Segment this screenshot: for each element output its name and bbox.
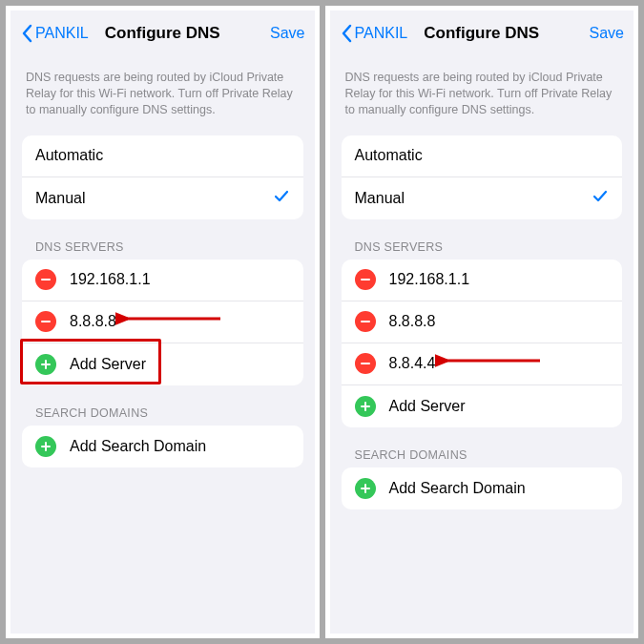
info-text: DNS requests are being routed by iCloud …	[330, 56, 634, 135]
dns-value: 192.168.1.1	[70, 271, 290, 288]
back-label: PANKIL	[355, 25, 408, 42]
navbar: PANKIL Configure DNS Save	[330, 10, 634, 56]
chevron-left-icon	[20, 24, 33, 43]
add-icon[interactable]	[35, 354, 56, 375]
phone-right: PANKIL Configure DNS Save DNS requests a…	[325, 6, 639, 638]
page-title: Configure DNS	[105, 24, 220, 43]
add-icon[interactable]	[355, 478, 376, 499]
dns-row[interactable]: 192.168.1.1	[342, 260, 623, 301]
add-icon[interactable]	[355, 396, 376, 417]
dns-row[interactable]: 8.8.4.4	[342, 343, 623, 385]
mode-automatic[interactable]: Automatic	[342, 135, 623, 177]
add-server-label: Add Server	[389, 398, 610, 415]
add-server-label: Add Server	[70, 356, 290, 373]
add-search-row[interactable]: Add Search Domain	[342, 467, 623, 509]
chevron-left-icon	[340, 24, 353, 43]
dns-value: 8.8.8.8	[70, 313, 290, 330]
page-title: Configure DNS	[424, 24, 539, 43]
mode-label: Automatic	[355, 147, 610, 164]
content: DNS requests are being routed by iCloud …	[10, 56, 315, 634]
save-button[interactable]: Save	[590, 25, 624, 42]
mode-manual[interactable]: Manual	[22, 177, 303, 219]
checkmark-icon	[273, 188, 290, 209]
search-header: SEARCH DOMAINS	[355, 448, 610, 462]
add-search-label: Add Search Domain	[70, 438, 290, 455]
comparison-frame: PANKIL Configure DNS Save DNS requests a…	[0, 0, 644, 644]
mode-manual[interactable]: Manual	[342, 177, 623, 219]
add-search-label: Add Search Domain	[389, 480, 610, 497]
back-button[interactable]: PANKIL	[20, 24, 89, 43]
mode-label: Automatic	[35, 147, 290, 164]
dns-value: 192.168.1.1	[389, 271, 610, 288]
mode-group: Automatic Manual	[22, 135, 303, 219]
search-group: Add Search Domain	[342, 467, 623, 509]
dns-row[interactable]: 8.8.8.8	[22, 301, 303, 343]
add-server-row[interactable]: Add Server	[342, 385, 623, 427]
checkmark-icon	[592, 188, 609, 209]
dns-value: 8.8.4.4	[389, 355, 610, 372]
mode-label: Manual	[355, 190, 610, 207]
remove-icon[interactable]	[35, 311, 56, 332]
remove-icon[interactable]	[355, 311, 376, 332]
dns-value: 8.8.8.8	[389, 313, 610, 330]
back-button[interactable]: PANKIL	[340, 24, 408, 43]
back-label: PANKIL	[35, 25, 89, 42]
search-header: SEARCH DOMAINS	[35, 406, 290, 420]
add-search-row[interactable]: Add Search Domain	[22, 426, 303, 467]
dns-group: 192.168.1.1 8.8.8.8 8.8.4.4 Add Server	[342, 260, 623, 427]
remove-icon[interactable]	[355, 269, 376, 290]
search-group: Add Search Domain	[22, 426, 303, 467]
dns-header: DNS SERVERS	[35, 240, 290, 254]
add-server-row[interactable]: Add Server	[22, 343, 303, 385]
mode-group: Automatic Manual	[342, 135, 623, 219]
remove-icon[interactable]	[35, 269, 56, 290]
remove-icon[interactable]	[355, 353, 376, 374]
mode-label: Manual	[35, 190, 290, 207]
mode-automatic[interactable]: Automatic	[22, 135, 303, 177]
info-text: DNS requests are being routed by iCloud …	[10, 56, 315, 135]
save-button[interactable]: Save	[270, 25, 304, 42]
dns-row[interactable]: 192.168.1.1	[22, 260, 303, 301]
navbar: PANKIL Configure DNS Save	[10, 10, 315, 56]
phone-left: PANKIL Configure DNS Save DNS requests a…	[6, 6, 320, 638]
add-icon[interactable]	[35, 436, 56, 457]
dns-group: 192.168.1.1 8.8.8.8 Add Server	[22, 260, 303, 385]
dns-row[interactable]: 8.8.8.8	[342, 301, 623, 343]
dns-header: DNS SERVERS	[355, 240, 610, 254]
content: DNS requests are being routed by iCloud …	[330, 56, 634, 634]
